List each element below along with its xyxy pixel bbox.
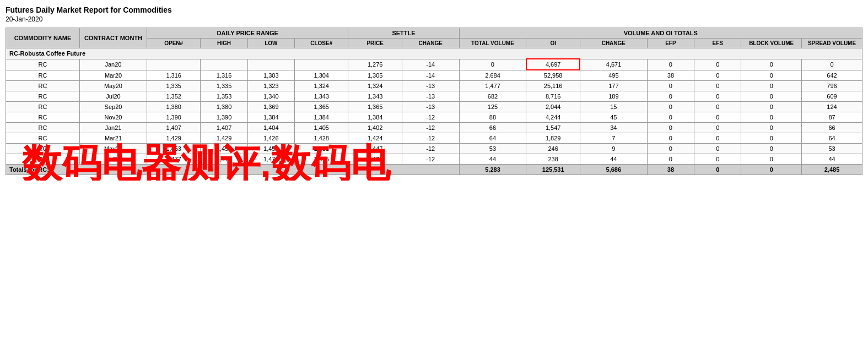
col-low: LOW — [247, 39, 294, 48]
col-daily-range: DAILY PRICE RANGE — [147, 28, 348, 39]
col-block-volume: BLOCK VOLUME — [741, 39, 802, 48]
table-row: RCJan211,4071,4071,4041,4051,402-12661,5… — [6, 123, 862, 133]
col-efp: EFP — [647, 39, 694, 48]
col-total-volume: TOTAL VOLUME — [459, 39, 526, 48]
col-high: HIGH — [201, 39, 247, 48]
report-date: 20-Jan-2020 — [6, 15, 862, 23]
col-spread-volume: SPREAD VOLUME — [802, 39, 862, 48]
market-table: COMMODITY NAME CONTRACT MONTH DAILY PRIC… — [6, 28, 862, 175]
col-settle: SETTLE — [348, 28, 459, 39]
report-title: Futures Daily Market Report for Commodit… — [6, 6, 862, 14]
table-row: RCMay211,4531,4531,4501,4511,447-1253246… — [6, 144, 862, 154]
section-header-rc: RC-Robusta Coffee Future — [6, 48, 862, 59]
table-row: RCSep201,3801,3801,3691,3651,365-131252,… — [6, 102, 862, 112]
totals-row: Totals for RC:5,283125,5315,68638002,485 — [6, 165, 862, 175]
col-contract: CONTRACT MONTH — [80, 28, 147, 48]
col-volume-oi: VOLUME AND OI TOTALS — [459, 28, 862, 39]
col-commodity: COMMODITY NAME — [6, 28, 80, 48]
table-row: RCJul201,3521,3531,3401,3431,343-136828,… — [6, 91, 862, 102]
col-close: CLOSE# — [294, 39, 348, 48]
table-row: RCNov201,3901,3901,3841,3841,384-12884,2… — [6, 112, 862, 123]
col-efs: EFS — [694, 39, 741, 48]
col-change-settle: CHANGE — [402, 39, 459, 48]
col-open: OPEN# — [147, 39, 200, 48]
table-row: RCMar201,3161,3161,3031,3041,305-142,684… — [6, 70, 862, 81]
col-price: PRICE — [348, 39, 402, 48]
table-row: RCJul211,4771,4771,4751,4751,470-1244238… — [6, 154, 862, 165]
table-row: RCMay201,3351,3351,3231,3241,324-131,477… — [6, 81, 862, 91]
col-change-oi: CHANGE — [580, 39, 647, 48]
table-row: RCMar211,4291,4291,4261,4281,424-12641,8… — [6, 133, 862, 144]
table-row: RCJan201,276-1404,6974,6710000 — [6, 59, 862, 70]
col-oi: OI — [526, 39, 580, 48]
